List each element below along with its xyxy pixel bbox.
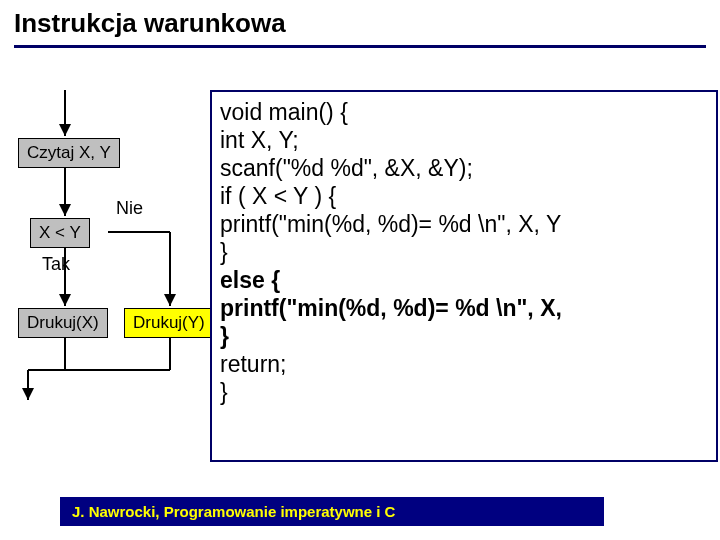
code-line: return;: [220, 350, 716, 378]
flow-print-y-box: Drukuj(Y): [124, 308, 214, 338]
slide-title: Instrukcja warunkowa: [0, 0, 720, 43]
code-line: }: [220, 238, 716, 266]
code-line: printf("min(%d, %d)= %d \n", X, Y: [220, 210, 716, 238]
code-line: int X, Y;: [220, 126, 716, 154]
code-line: if ( X < Y ) {: [220, 182, 716, 210]
code-line: }: [220, 322, 716, 350]
code-line: else {: [220, 266, 716, 294]
flow-print-x-box: Drukuj(X): [18, 308, 108, 338]
code-line: printf("min(%d, %d)= %d \n", X,: [220, 294, 716, 322]
code-line: }: [220, 378, 716, 406]
flowchart: Czytaj X, Y X < Y Nie Tak Drukuj(X) Druk…: [0, 70, 220, 430]
code-line: scanf("%d %d", &X, &Y);: [220, 154, 716, 182]
footer-bar: J. Nawrocki, Programowanie imperatywne i…: [60, 497, 604, 526]
title-rule: [14, 45, 706, 48]
flow-cond-box: X < Y: [30, 218, 90, 248]
flow-arrows: [0, 70, 220, 430]
code-line: void main() {: [220, 98, 716, 126]
flow-read-box: Czytaj X, Y: [18, 138, 120, 168]
flow-no-label: Nie: [116, 198, 143, 219]
flow-yes-label: Tak: [42, 254, 70, 275]
code-box: void main() { int X, Y; scanf("%d %d", &…: [210, 90, 718, 462]
